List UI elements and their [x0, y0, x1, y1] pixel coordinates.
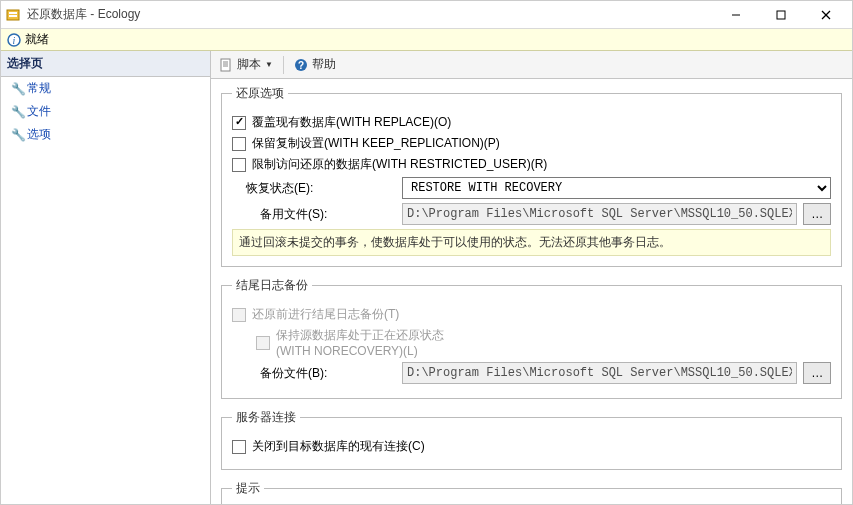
tail-log-group: 结尾日志备份 还原前进行结尾日志备份(T) 保持源数据库处于正在还原状态 (WI… [221, 277, 842, 399]
svg-rect-4 [777, 11, 785, 19]
recovery-state-select[interactable]: RESTORE WITH RECOVERY [402, 177, 831, 199]
titlebar: 还原数据库 - Ecology [1, 1, 852, 29]
sidebar-item-files[interactable]: 🔧 文件 [1, 100, 210, 123]
script-icon [219, 58, 233, 72]
prompt-legend: 提示 [232, 480, 264, 497]
wrench-icon: 🔧 [11, 105, 23, 119]
sidebar-item-general[interactable]: 🔧 常规 [1, 77, 210, 100]
keep-replication-label: 保留复制设置(WITH KEEP_REPLICATION)(P) [252, 135, 500, 152]
svg-text:?: ? [298, 60, 304, 71]
help-icon: ? [294, 58, 308, 72]
toolbar-separator [283, 56, 284, 74]
norecovery-label-2: (WITH NORECOVERY)(L) [276, 344, 418, 358]
server-connection-legend: 服务器连接 [232, 409, 300, 426]
wrench-icon: 🔧 [11, 128, 23, 142]
backup-file-label: 备份文件(B): [232, 365, 402, 382]
close-connections-label: 关闭到目标数据库的现有连接(C) [252, 438, 425, 455]
prompt-group: 提示 还原每个备份前提示(M) i "全文升级"服务器属性控制是否为还原的数据库… [221, 480, 842, 504]
sidebar-item-options[interactable]: 🔧 选项 [1, 123, 210, 146]
info-icon: i [7, 33, 21, 47]
help-label: 帮助 [312, 56, 336, 73]
svg-rect-2 [9, 15, 17, 17]
script-label: 脚本 [237, 56, 261, 73]
close-button[interactable] [803, 2, 848, 28]
restricted-user-label: 限制访问还原的数据库(WITH RESTRICTED_USER)(R) [252, 156, 547, 173]
sidebar-header: 选择页 [1, 51, 210, 77]
app-icon [5, 7, 21, 23]
toolbar: 脚本 ▼ ? 帮助 [211, 51, 852, 79]
svg-text:i: i [13, 35, 16, 46]
chevron-down-icon: ▼ [265, 60, 273, 69]
overwrite-label: 覆盖现有数据库(WITH REPLACE)(O) [252, 114, 451, 131]
window-title: 还原数据库 - Ecology [27, 6, 713, 23]
restore-options-group: 还原选项 覆盖现有数据库(WITH REPLACE)(O) 保留复制设置(WIT… [221, 85, 842, 267]
restore-options-legend: 还原选项 [232, 85, 288, 102]
overwrite-checkbox[interactable] [232, 116, 246, 130]
script-button[interactable]: 脚本 ▼ [219, 56, 273, 73]
server-connection-group: 服务器连接 关闭到目标数据库的现有连接(C) [221, 409, 842, 470]
standby-file-label: 备用文件(S): [232, 206, 402, 223]
standby-file-input [402, 203, 797, 225]
status-text: 就绪 [25, 31, 49, 48]
tail-backup-label: 还原前进行结尾日志备份(T) [252, 306, 399, 323]
norecovery-checkbox [256, 336, 270, 350]
recovery-state-label: 恢复状态(E): [232, 180, 402, 197]
tail-log-legend: 结尾日志备份 [232, 277, 312, 294]
tail-backup-checkbox [232, 308, 246, 322]
minimize-button[interactable] [713, 2, 758, 28]
backup-browse-button[interactable]: … [803, 362, 831, 384]
sidebar-item-label: 常规 [27, 80, 51, 97]
help-button[interactable]: ? 帮助 [294, 56, 336, 73]
recovery-info: 通过回滚未提交的事务，使数据库处于可以使用的状态。无法还原其他事务日志。 [232, 229, 831, 256]
sidebar-item-label: 文件 [27, 103, 51, 120]
backup-file-input [402, 362, 797, 384]
maximize-button[interactable] [758, 2, 803, 28]
sidebar: 选择页 🔧 常规 🔧 文件 🔧 选项 [1, 51, 211, 504]
sidebar-item-label: 选项 [27, 126, 51, 143]
svg-rect-1 [9, 12, 17, 14]
keep-replication-checkbox[interactable] [232, 137, 246, 151]
norecovery-label-1: 保持源数据库处于正在还原状态 [276, 328, 444, 342]
svg-rect-9 [221, 59, 230, 71]
close-connections-checkbox[interactable] [232, 440, 246, 454]
wrench-icon: 🔧 [11, 82, 23, 96]
standby-browse-button[interactable]: … [803, 203, 831, 225]
status-bar: i 就绪 [1, 29, 852, 51]
restricted-user-checkbox[interactable] [232, 158, 246, 172]
